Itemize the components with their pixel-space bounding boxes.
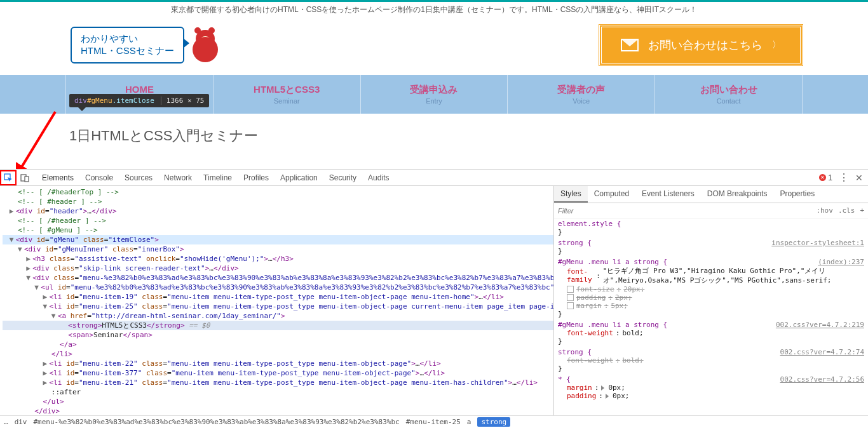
svg-rect-3 [25, 177, 29, 182]
rule-gmenu-strong-css[interactable]: #gMenu .menu li a strong {002.css?ver=4.… [558, 321, 864, 345]
disclosure-triangle-icon[interactable]: ▶ [43, 368, 50, 378]
inspect-element-button[interactable] [0, 170, 17, 185]
contact-button[interactable]: お問い合わせはこちら 〉 [599, 25, 803, 65]
tooltip-dimensions: 1366 × 75 [161, 97, 205, 105]
cls-toggle[interactable]: .cls [838, 206, 855, 215]
error-badge[interactable]: ✕1 [819, 173, 832, 182]
disclosure-triangle-icon[interactable]: ▶ [43, 359, 50, 368]
tab-network[interactable]: Network [163, 170, 193, 185]
dom-comment: <!-- [ /#headerTop ] --> [18, 188, 119, 196]
crumb[interactable]: #menu-%e3%82%b0%e3%83%ad%e3%83%bc%e3%83%… [34, 418, 400, 426]
error-count: 1 [828, 173, 832, 182]
dom-comment: <!-- [ /#header ] --> [18, 217, 106, 225]
rule-universal[interactable]: * {002.css?ver=4.7.2:56 margin: 0px; pad… [558, 375, 864, 400]
expand-icon[interactable] [601, 385, 604, 391]
breadcrumb: … div #menu-%e3%82%b0%e3%83%ad%e3%83%bc%… [0, 415, 868, 428]
page-title: 1日HTMLとCSS入門セミナー [65, 114, 803, 145]
hov-toggle[interactable]: :hov [816, 206, 833, 215]
styles-tab-dombreakpoints[interactable]: DOM Breakpoints [701, 186, 774, 203]
element-hover-tooltip: div#gMenu.itemClose 1366 × 75 [69, 94, 209, 107]
devtools-close-button[interactable]: ✕ [855, 173, 863, 183]
property-checkbox[interactable] [567, 294, 574, 301]
styles-tabs: Styles Computed Event Listeners DOM Brea… [554, 186, 868, 203]
source-link[interactable]: (index):237 [818, 258, 864, 266]
selected-dom-node[interactable]: <strong>HTML5とCSS3</strong> == $0 [3, 321, 553, 330]
disclosure-triangle-icon[interactable]: ▶ [26, 254, 32, 264]
devtools-toolbar: Elements Console Sources Network Timelin… [0, 170, 868, 186]
nav-item-entry[interactable]: 受講申込み Entry [361, 75, 508, 114]
property-checkbox[interactable] [567, 302, 574, 309]
styles-tab-eventlisteners[interactable]: Event Listeners [635, 186, 701, 203]
error-dot-icon: ✕ [819, 174, 826, 181]
crumb[interactable]: a [467, 418, 471, 426]
source-link[interactable]: 002.css?ver=4.7.2:219 [776, 321, 864, 329]
tab-timeline[interactable]: Timeline [202, 170, 233, 185]
nav-item-contact[interactable]: お問い合わせ Contact [655, 75, 803, 114]
tab-security[interactable]: Security [328, 170, 358, 185]
devtools-panel: Elements Console Sources Network Timelin… [0, 169, 868, 428]
tab-profiles[interactable]: Profiles [242, 170, 270, 185]
nav-item-sub: Contact [655, 97, 802, 105]
nav-item-label: お問い合わせ [655, 84, 802, 96]
crumb[interactable]: … [4, 418, 8, 426]
mascot-icon [189, 27, 221, 62]
bubble-line2: HTML・CSSセミナー [81, 45, 174, 57]
disclosure-triangle-icon[interactable]: ▼ [51, 311, 58, 321]
styles-rules[interactable]: element.style { } strong {inspector-styl… [554, 218, 868, 415]
source-link[interactable]: 002.css?ver=4.7.2:56 [780, 375, 864, 384]
tooltip-id: #gMenu [87, 97, 112, 105]
disclosure-triangle-icon[interactable]: ▶ [43, 378, 50, 387]
disclosure-triangle-icon[interactable]: ▶ [43, 292, 50, 302]
nav-item-label: 受講申込み [361, 84, 508, 96]
disclosure-triangle-icon[interactable]: ▶ [26, 264, 32, 273]
source-link[interactable]: 002.css?ver=4.7.2:74 [780, 348, 864, 356]
tab-sources[interactable]: Sources [123, 170, 154, 185]
site-area: 東京都で開催する初心者向けのHTML・CSSを使ったホームページ制作の1日集中講… [0, 0, 868, 145]
styles-tab-styles[interactable]: Styles [554, 186, 588, 203]
nav-item-label: HTML5とCSS3 [214, 84, 360, 96]
rule-element-style[interactable]: element.style { } [558, 220, 864, 236]
nav-item-label: 受講者の声 [508, 84, 654, 96]
styles-filter-input[interactable] [558, 207, 816, 215]
tab-elements[interactable]: Elements [41, 170, 75, 185]
nav-item-label: HOME [66, 84, 213, 95]
tab-application[interactable]: Application [279, 170, 319, 185]
speech-bubble: わかりやすい HTML・CSSセミナー [71, 27, 184, 64]
tab-console[interactable]: Console [84, 170, 114, 185]
crumb-active[interactable]: strong [477, 417, 510, 427]
styles-tab-properties[interactable]: Properties [773, 186, 821, 203]
styles-tab-computed[interactable]: Computed [588, 186, 635, 203]
disclosure-triangle-icon[interactable]: ▼ [18, 244, 24, 254]
disclosure-triangle-icon[interactable]: ▼ [34, 283, 41, 292]
disclosure-triangle-icon[interactable]: ▶ [10, 206, 16, 216]
logo-area: わかりやすい HTML・CSSセミナー [71, 27, 221, 64]
rule-strong-inspector[interactable]: strong {inspector-stylesheet:1 } [558, 239, 864, 255]
disclosure-triangle-icon[interactable]: ▼ [43, 302, 50, 311]
nav-item-seminar[interactable]: HTML5とCSS3 Seminar [214, 75, 361, 114]
nav-item-sub: Seminar [214, 97, 360, 105]
nav-item-voice[interactable]: 受講者の声 Voice [508, 75, 655, 114]
elements-tree[interactable]: <!-- [ /#headerTop ] --> <!-- [ #header … [0, 186, 553, 415]
styles-panel: Styles Computed Event Listeners DOM Brea… [553, 186, 868, 415]
contact-button-label: お問い合わせはこちら [648, 37, 763, 53]
property-checkbox[interactable] [567, 286, 574, 293]
tagline: 東京都で開催する初心者向けのHTML・CSSを使ったホームページ制作の1日集中講… [0, 2, 868, 18]
crumb[interactable]: #menu-item-25 [406, 418, 461, 426]
tab-audits[interactable]: Audits [367, 170, 390, 185]
bubble-line1: わかりやすい [81, 33, 174, 45]
rule-strong-css[interactable]: strong {002.css?ver=4.7.2:74 font-weight… [558, 348, 864, 373]
disclosure-triangle-icon[interactable]: ▼ [26, 273, 32, 283]
new-style-button[interactable]: + [860, 206, 864, 215]
expand-icon[interactable] [606, 394, 609, 399]
crumb[interactable]: div [15, 418, 27, 426]
nav-item-sub: Voice [508, 97, 654, 105]
tooltip-class: .itemClose [112, 97, 154, 105]
device-toolbar-button[interactable] [17, 170, 33, 185]
source-link[interactable]: inspector-stylesheet:1 [771, 239, 864, 247]
dom-comment: <!-- [ #gMenu ] --> [18, 226, 98, 234]
disclosure-triangle-icon[interactable]: ▼ [10, 235, 16, 244]
devtools-menu-button[interactable]: ⋮ [839, 171, 849, 184]
chevron-right-icon: 〉 [772, 39, 781, 51]
dom-comment: <!-- [ #header ] --> [18, 197, 102, 206]
rule-gmenu-strong-index[interactable]: #gMenu .menu li a strong {(index):237 fo… [558, 258, 864, 318]
